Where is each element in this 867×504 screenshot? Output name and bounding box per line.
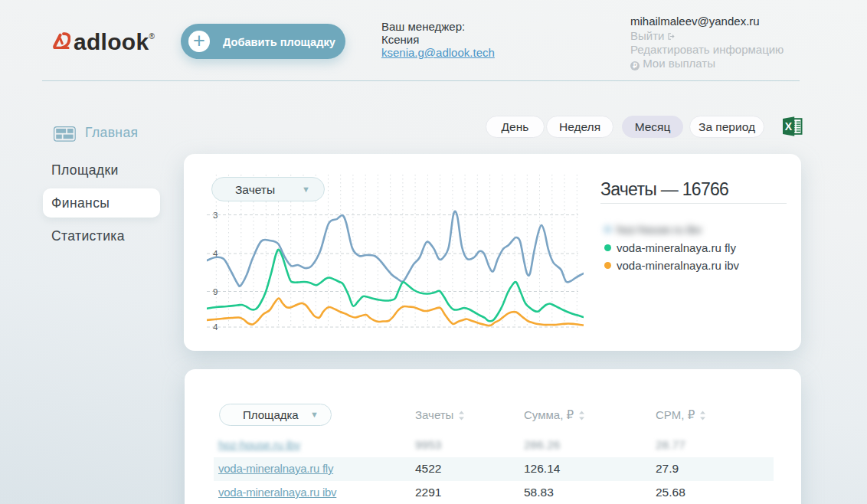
svg-text:9: 9 (213, 287, 218, 296)
svg-text:X: X (785, 120, 793, 133)
svg-text:3: 3 (213, 211, 218, 220)
svg-text:4: 4 (213, 322, 218, 332)
